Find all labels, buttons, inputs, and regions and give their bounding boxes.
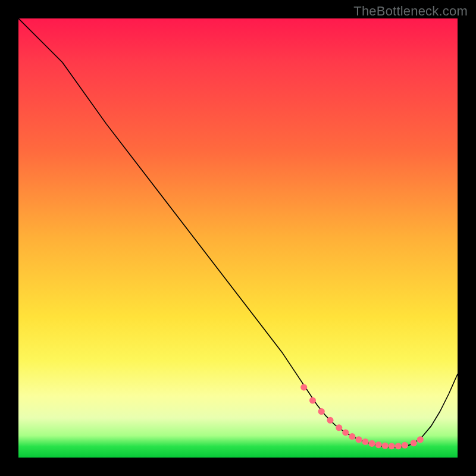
marker-dot: [349, 433, 355, 440]
marker-dot: [300, 384, 307, 390]
marker-dot: [369, 440, 375, 447]
marker-dot: [336, 424, 342, 431]
chart-curve: [18, 18, 458, 447]
marker-dot: [375, 441, 382, 448]
chart-markers: [300, 384, 424, 449]
marker-dot: [362, 439, 368, 445]
marker-dot: [411, 440, 417, 446]
marker-dot: [395, 443, 402, 449]
marker-dot: [382, 443, 389, 449]
marker-dot: [327, 417, 333, 424]
marker-dot: [417, 436, 424, 443]
marker-dot: [402, 442, 408, 449]
marker-dot: [318, 408, 325, 415]
marker-dot: [389, 443, 395, 449]
chart-svg: [18, 18, 458, 458]
watermark-text: TheBottleneck.com: [353, 4, 468, 19]
marker-dot: [355, 436, 362, 443]
marker-dot: [309, 397, 316, 404]
marker-dot: [342, 429, 349, 436]
